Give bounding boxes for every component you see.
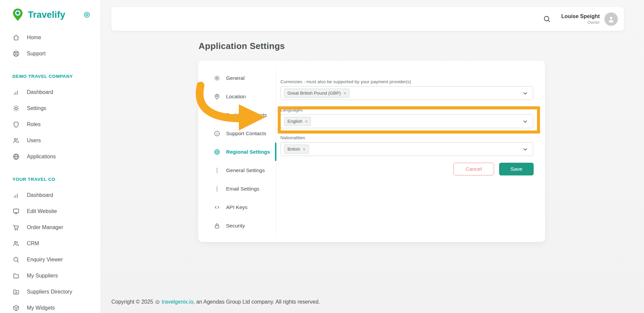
sidebar-item-crm[interactable]: CRM	[0, 236, 101, 252]
sidebar-item-edit-website[interactable]: Edit Website	[0, 203, 101, 219]
sidebar-section-your-travel-co: YOUR TRAVEL CO	[0, 171, 101, 187]
chip-great-british-pound-gbp: Great British Pound (GBP)×	[284, 89, 350, 98]
info-circle-icon	[214, 130, 220, 137]
page-title: Application Settings	[199, 41, 285, 51]
tab-label: API Keys	[226, 204, 248, 210]
dots-vertical-icon	[214, 186, 220, 192]
shield-icon	[12, 121, 20, 128]
search-icon[interactable]	[543, 15, 551, 23]
gear-icon	[214, 75, 220, 82]
sidebar-item-label: Suppliers Directory	[27, 289, 72, 295]
calendar-icon	[214, 112, 220, 118]
tab-email-settings[interactable]: Email Settings	[198, 179, 276, 198]
sidebar-item-label: Home	[27, 35, 41, 41]
tab-api-keys[interactable]: API Keys	[198, 198, 276, 216]
users-icon	[12, 240, 20, 247]
cart-icon	[12, 224, 20, 231]
tab-general-settings[interactable]: General Settings	[198, 161, 276, 179]
chevron-down-icon[interactable]	[522, 146, 528, 152]
sidebar-item-label: Dashboard	[27, 89, 53, 95]
sidebar-item-label: Dashboard	[27, 192, 53, 198]
sidebar-item-dashboard[interactable]: Dashboard	[0, 187, 101, 203]
sidebar-item-settings[interactable]: Settings	[0, 100, 101, 116]
tab-label: General	[226, 75, 245, 81]
sidebar-item-label: Edit Website	[27, 208, 57, 214]
travelgenix-mini-logo-icon	[155, 300, 160, 305]
brand-name: Travelify	[28, 10, 65, 20]
tab-label: Support Contacts	[226, 131, 266, 137]
sidebar-item-label: Order Manager	[27, 224, 63, 230]
gear-icon	[12, 105, 20, 112]
currencies-field-group: Currencies - must also be supported by y…	[280, 79, 533, 100]
tab-location[interactable]: Location	[198, 87, 276, 106]
sidebar-item-order-manager[interactable]: Order Manager	[0, 219, 101, 236]
tab-general[interactable]: General	[198, 69, 276, 87]
sidebar-item-roles[interactable]: Roles	[0, 116, 101, 133]
tab-label: Location	[226, 94, 246, 100]
sidebar: Travelify HomeSupportDEMO TRAVEL COMPANY…	[0, 0, 101, 313]
sidebar-item-label: Roles	[27, 121, 41, 127]
nationalities-field-group: NationalitiesBritish×	[280, 135, 533, 156]
chevron-down-icon[interactable]	[522, 118, 528, 124]
dots-vertical-icon	[214, 167, 220, 174]
sidebar-item-my-suppliers[interactable]: My Suppliers	[0, 268, 101, 284]
copyright-prefix: Copyright © 2025	[111, 299, 153, 305]
sidebar-item-label: Settings	[27, 105, 46, 111]
chip-british: British×	[284, 145, 309, 154]
cancel-button[interactable]: Cancel	[453, 163, 494, 175]
travelify-logo-icon	[11, 8, 24, 22]
chip-english: English×	[284, 117, 311, 126]
sidebar-item-home[interactable]: Home	[0, 30, 101, 46]
sidebar-item-my-widgets[interactable]: My Widgets	[0, 300, 101, 313]
sidebar-item-label: CRM	[27, 241, 39, 247]
active-tab-indicator	[275, 143, 276, 161]
sidebar-item-users[interactable]: Users	[0, 133, 101, 149]
tab-label: Regional Settings	[226, 149, 270, 155]
sidebar-item-applications[interactable]: Applications	[0, 149, 101, 165]
user-avatar[interactable]	[604, 12, 618, 26]
languages-multiselect[interactable]: English×	[280, 114, 533, 128]
cube-icon	[12, 304, 20, 312]
travelgenix-link[interactable]: travelgenix.io	[162, 299, 193, 305]
chip-remove-icon[interactable]: ×	[343, 91, 346, 96]
chip-remove-icon[interactable]: ×	[305, 119, 308, 124]
bar-chart-icon	[12, 192, 20, 199]
languages-field-group: LanguagesEnglish×	[280, 107, 533, 128]
copyright-suffix: , an Agendas Group Ltd company. All righ…	[193, 299, 320, 305]
sidebar-toggle-icon[interactable]	[83, 11, 91, 18]
lock-icon	[214, 222, 220, 229]
chevron-down-icon[interactable]	[522, 90, 528, 96]
sidebar-item-support[interactable]: Support	[0, 46, 101, 62]
sidebar-item-label: Support	[27, 51, 46, 57]
settings-card: GeneralLocationBooking ContactsSupport C…	[198, 61, 545, 242]
globe-icon	[214, 149, 220, 155]
bar-chart-icon	[12, 89, 20, 96]
chip-remove-icon[interactable]: ×	[303, 147, 306, 152]
code-icon	[214, 204, 220, 211]
nationalities-multiselect[interactable]: British×	[280, 142, 533, 156]
currencies-multiselect[interactable]: Great British Pound (GBP)×	[280, 86, 533, 100]
sidebar-item-dashboard[interactable]: Dashboard	[0, 84, 101, 100]
tab-regional-settings[interactable]: Regional Settings	[198, 143, 276, 161]
save-button[interactable]: Save	[499, 163, 534, 175]
monitor-icon	[12, 208, 20, 215]
footer: Copyright © 2025 travelgenix.io, an Agen…	[111, 299, 320, 305]
sidebar-item-suppliers-directory[interactable]: Suppliers Directory	[0, 284, 101, 300]
tab-support-contacts[interactable]: Support Contacts	[198, 124, 276, 143]
home-icon	[12, 34, 20, 41]
life-buoy-icon	[12, 50, 20, 57]
form-actions: Cancel Save	[280, 163, 534, 175]
map-pin-icon	[214, 93, 220, 100]
search-icon	[12, 256, 20, 263]
sidebar-item-label: My Widgets	[27, 305, 55, 311]
tab-security[interactable]: Security	[198, 216, 276, 235]
user-role: Owner	[561, 20, 600, 25]
sidebar-item-enquiry-viewer[interactable]: Enquiry Viewer	[0, 252, 101, 268]
languages-label: Languages	[280, 107, 533, 112]
sidebar-section-demo-travel-company: DEMO TRAVEL COMPANY	[0, 68, 101, 84]
user-info: Louise Speight Owner	[561, 13, 600, 25]
currencies-label: Currencies - must also be supported by y…	[280, 79, 533, 84]
nationalities-label: Nationalities	[280, 135, 533, 140]
tab-booking-contacts[interactable]: Booking Contacts	[198, 106, 276, 124]
folder-plus-icon	[12, 288, 20, 296]
